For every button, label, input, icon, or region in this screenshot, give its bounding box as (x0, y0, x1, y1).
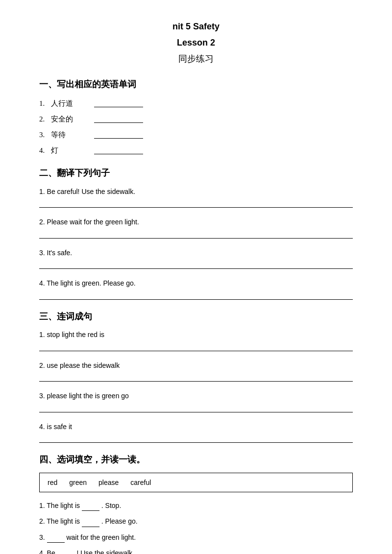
answer-line[interactable] (39, 405, 353, 412)
vocab-label: 人行道 (51, 97, 90, 109)
vocab-num: 2. (39, 113, 51, 125)
fill-before: The light is (47, 502, 82, 509)
vocab-answer-line[interactable] (94, 131, 143, 139)
fill-before: The light is (47, 517, 82, 525)
vocab-answer-line[interactable] (94, 99, 143, 107)
word-bank-item: red (48, 477, 57, 488)
fill-blank[interactable] (82, 504, 99, 511)
vocab-num: 4. (39, 145, 51, 156)
answer-line[interactable] (39, 374, 353, 382)
fill-item: 3. wait for the green light. (39, 532, 353, 543)
fill-blank[interactable] (47, 536, 65, 543)
vocab-num: 1. (39, 97, 51, 109)
page-header: nit 5 Safety Lesson 2 同步练习 (39, 20, 353, 66)
fill-num: 2. (39, 517, 47, 525)
answer-line[interactable] (39, 343, 353, 351)
answer-line[interactable] (39, 292, 353, 300)
section4-fill-list: 1. The light is . Stop.2. The light is .… (39, 500, 353, 554)
vocab-label: 安全的 (51, 113, 90, 125)
translate-item: 2. Please wait for the green light. (39, 217, 353, 238)
translate-item: 4. The light is green. Please go. (39, 278, 353, 299)
vocab-item: 2. 安全的 (39, 113, 353, 125)
title-cn: 同步练习 (39, 52, 353, 66)
word-order-words: 1. stop light the red is (39, 329, 353, 340)
answer-line[interactable] (39, 435, 353, 443)
fill-after: wait for the green light. (65, 533, 136, 541)
fill-item: 1. The light is . Stop. (39, 500, 353, 511)
section1-vocab-list: 1. 人行道 2. 安全的 3. 等待 4. 灯 (39, 97, 353, 156)
word-bank-item: green (69, 477, 87, 488)
translate-sentence: 2. Please wait for the green light. (39, 217, 353, 227)
translate-item: 3. It's safe. (39, 247, 353, 269)
fill-num: 4. (39, 549, 47, 554)
translate-sentence: 1. Be careful! Use the sidewalk. (39, 186, 353, 197)
vocab-answer-line[interactable] (94, 115, 143, 123)
vocab-item: 3. 等待 (39, 129, 353, 141)
fill-blank[interactable] (82, 520, 99, 527)
vocab-item: 1. 人行道 (39, 97, 353, 109)
fill-after: . Stop. (99, 502, 121, 509)
word-order-words: 3. please light the is green go (39, 390, 353, 401)
fill-before: Be (47, 549, 57, 554)
section3-wordorder-list: 1. stop light the red is 2. use please t… (39, 329, 353, 443)
vocab-item: 4. 灯 (39, 145, 353, 156)
word-order-item: 4. is safe it (39, 421, 353, 443)
answer-line[interactable] (39, 261, 353, 269)
word-order-item: 2. use please the sidewalk (39, 360, 353, 382)
word-order-words: 2. use please the sidewalk (39, 360, 353, 371)
vocab-num: 3. (39, 129, 51, 141)
title-main: nit 5 Safety (39, 20, 353, 34)
section3-title: 三、连词成句 (39, 310, 353, 324)
word-bank: redgreenpleasecareful (39, 473, 353, 492)
section1-title: 一、写出相应的英语单词 (39, 77, 353, 92)
fill-num: 3. (39, 533, 47, 541)
fill-after: ! Use the sidewalk. (75, 549, 134, 554)
section4-title: 四、选词填空，并读一读。 (39, 453, 353, 467)
answer-line[interactable] (39, 231, 353, 239)
word-order-item: 3. please light the is green go (39, 390, 353, 412)
section2-title: 二、翻译下列句子 (39, 166, 353, 180)
vocab-label: 等待 (51, 129, 90, 141)
fill-num: 1. (39, 502, 47, 509)
vocab-answer-line[interactable] (94, 146, 143, 154)
answer-line[interactable] (39, 200, 353, 208)
fill-item: 2. The light is . Please go. (39, 516, 353, 527)
fill-after: . Please go. (99, 517, 138, 525)
word-order-words: 4. is safe it (39, 421, 353, 432)
section2-translate-list: 1. Be careful! Use the sidewalk. 2. Plea… (39, 186, 353, 300)
translate-sentence: 4. The light is green. Please go. (39, 278, 353, 289)
translate-sentence: 3. It's safe. (39, 247, 353, 258)
title-sub: Lesson 2 (39, 36, 353, 50)
fill-blank[interactable] (57, 552, 75, 554)
word-bank-item: please (98, 477, 119, 488)
translate-item: 1. Be careful! Use the sidewalk. (39, 186, 353, 208)
fill-item: 4. Be ! Use the sidewalk. (39, 548, 353, 554)
word-order-item: 1. stop light the red is (39, 329, 353, 351)
word-bank-item: careful (130, 477, 151, 488)
vocab-label: 灯 (51, 145, 90, 156)
